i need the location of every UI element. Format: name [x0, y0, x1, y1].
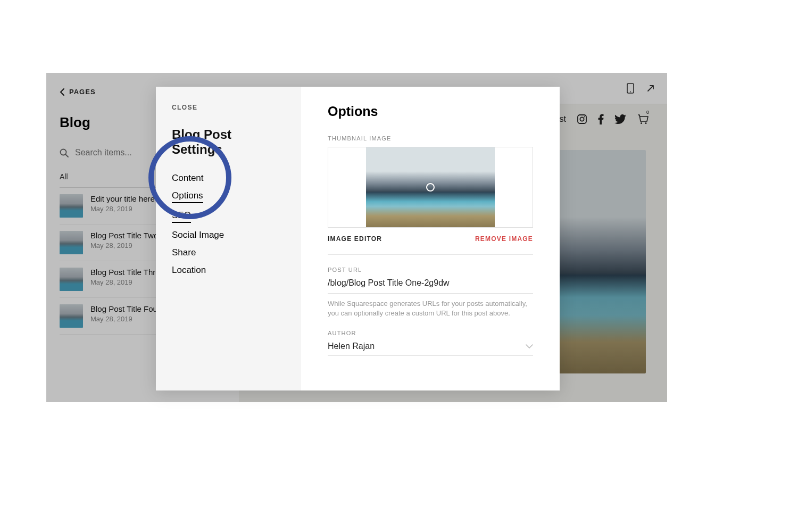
post-url-section: POST URL /blog/Blog Post Title One-2g9dw…	[328, 267, 533, 318]
author-value: Helen Rajan	[328, 342, 375, 351]
settings-nav: Content Options SEO Social Image Share L…	[172, 173, 285, 276]
image-editor-button[interactable]: IMAGE EDITOR	[328, 235, 382, 243]
options-heading: Options	[328, 104, 533, 119]
nav-options[interactable]: Options	[172, 190, 203, 203]
blog-post-settings-modal: CLOSE Blog Post Settings Content Options…	[156, 87, 560, 390]
thumbnail-label: THUMBNAIL IMAGE	[328, 135, 533, 142]
post-url-label: POST URL	[328, 267, 533, 273]
author-label: AUTHOR	[328, 330, 533, 336]
chevron-down-icon	[526, 344, 533, 348]
close-button[interactable]: CLOSE	[172, 104, 285, 111]
nav-content[interactable]: Content	[172, 173, 204, 184]
settings-content-pane: Options THUMBNAIL IMAGE IMAGE EDITOR REM…	[301, 87, 560, 390]
nav-social-image[interactable]: Social Image	[172, 230, 224, 240]
post-url-input[interactable]: /blog/Blog Post Title One-2g9dw	[328, 278, 533, 294]
settings-nav-pane: CLOSE Blog Post Settings Content Options…	[156, 87, 301, 390]
remove-image-button[interactable]: REMOVE IMAGE	[475, 235, 533, 243]
author-section: AUTHOR Helen Rajan	[328, 330, 533, 356]
focal-point-icon[interactable]	[426, 183, 435, 192]
modal-title: Blog Post Settings	[172, 127, 285, 157]
nav-location[interactable]: Location	[172, 265, 206, 276]
thumbnail-actions: IMAGE EDITOR REMOVE IMAGE	[328, 235, 533, 255]
thumbnail-image-area[interactable]	[328, 147, 533, 228]
nav-seo[interactable]: SEO	[172, 210, 191, 223]
post-url-helper: While Squarespace generates URLs for you…	[328, 299, 533, 318]
nav-share[interactable]: Share	[172, 247, 196, 258]
author-select[interactable]: Helen Rajan	[328, 342, 533, 356]
